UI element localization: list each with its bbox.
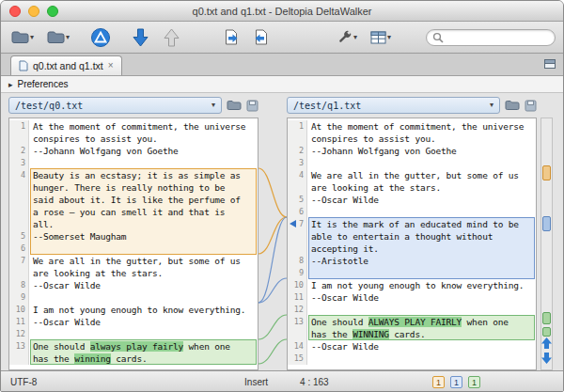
disclosure-triangle-icon[interactable]: ▸	[8, 80, 13, 89]
open-right-folder-button[interactable]: ▾	[44, 28, 72, 46]
left-save-button[interactable]	[246, 100, 258, 112]
line-text[interactable]: has the WINNING cards.	[307, 328, 536, 340]
collapse-panel-icon[interactable]	[544, 59, 556, 69]
line-text[interactable]	[29, 328, 258, 340]
line-text[interactable]	[307, 304, 536, 316]
line-text[interactable]: able to entertain a thought without	[307, 230, 536, 243]
line-text[interactable]: --Oscar Wilde	[307, 194, 536, 206]
line-text[interactable]: I am not young enough to know everything…	[29, 304, 258, 316]
line-text[interactable]: conspires to assist you.	[307, 133, 536, 145]
line-number: 1	[9, 120, 29, 133]
line-number	[9, 267, 29, 279]
line-text[interactable]	[307, 267, 536, 279]
line-text[interactable]: hunger. There is really nothing to be	[29, 181, 258, 194]
ruler-mark-deleted	[542, 165, 551, 180]
line-text[interactable]: a rose — you can smell it and that is	[29, 206, 258, 218]
layout-button[interactable]: ▾	[368, 29, 394, 46]
tools-button[interactable]: ▾	[334, 27, 360, 47]
editor-row: accepting it.	[288, 243, 536, 255]
line-text[interactable]: accepting it.	[307, 243, 536, 255]
line-text[interactable]: said about it. It is like the perfume of	[29, 194, 258, 206]
right-editor-pane[interactable]: 1At the moment of commitment, the univer…	[287, 118, 537, 370]
line-number: 7	[9, 255, 29, 267]
editor-row: 11--Oscar Wilde	[288, 291, 536, 304]
editor-row: 7We are all in the gutter, but some of u…	[9, 255, 258, 267]
line-text[interactable]: are looking at the stars.	[29, 267, 258, 279]
line-text[interactable]: are looking at the stars.	[307, 181, 536, 194]
copy-to-right-button[interactable]	[221, 27, 243, 47]
line-text[interactable]	[307, 206, 536, 218]
open-left-folder-button[interactable]: ▾	[8, 28, 37, 46]
chevron-down-icon[interactable]: ▾	[212, 102, 215, 109]
line-text[interactable]: --Oscar Wilde	[29, 316, 258, 328]
compare-button[interactable]	[87, 25, 114, 50]
editor-row: 13One should ALWAYS PLAY FAIRLY when one	[288, 316, 536, 328]
line-text[interactable]	[29, 243, 258, 255]
file-headers: /test/q0.txt ▾ /test/q1.txt ▾	[1, 93, 563, 118]
line-text[interactable]: has the winning cards.	[29, 353, 258, 365]
tab-q0-and-q1[interactable]: q0.txt and q1.txt ×	[10, 55, 122, 75]
next-difference-button[interactable]	[129, 26, 152, 49]
connector-deleted	[258, 168, 287, 217]
arrow-up-icon	[163, 28, 180, 47]
ruler-mark-changed	[542, 327, 551, 337]
line-text[interactable]: all.	[29, 218, 258, 230]
line-text[interactable]: --Oscar Wilde	[29, 279, 258, 291]
line-text[interactable]: --Johann Wolfgang von Goethe	[29, 145, 258, 157]
preferences-label: Preferences	[18, 79, 69, 89]
left-browse-button[interactable]	[227, 100, 242, 111]
line-text[interactable]	[29, 291, 258, 304]
apply-change-left-icon[interactable]	[290, 220, 296, 227]
line-text[interactable]: It is the mark of an educated mind to be	[307, 218, 536, 230]
line-text[interactable]: --Johann Wolfgang von Goethe	[307, 145, 536, 157]
editor-row: 1At the moment of commitment, the univer…	[288, 120, 536, 133]
editor-row: 5--Oscar Wilde	[288, 194, 536, 206]
save-icon	[525, 100, 537, 112]
line-text[interactable]: We are all in the gutter, but some of us	[307, 169, 536, 181]
line-text[interactable]: --Oscar Wilde	[307, 340, 536, 353]
right-path-field[interactable]: /test/q1.txt ▾	[287, 97, 500, 114]
editor-row: able to entertain a thought without	[288, 230, 536, 243]
line-text[interactable]: --Aristotle	[307, 255, 536, 267]
editor-row: 3	[9, 157, 258, 169]
right-save-button[interactable]	[525, 100, 537, 112]
previous-difference-button[interactable]	[160, 26, 183, 49]
line-text[interactable]	[307, 157, 536, 169]
line-number: 6	[9, 243, 29, 255]
right-path: /test/q1.txt	[293, 101, 361, 111]
right-file-header: /test/q1.txt ▾	[287, 97, 537, 114]
line-text[interactable]: At the moment of commitment, the univers…	[29, 120, 258, 133]
line-number: 14	[288, 340, 307, 353]
line-number: 5	[288, 194, 307, 206]
chevron-down-icon[interactable]: ▾	[490, 102, 494, 109]
line-number	[9, 218, 29, 230]
line-text[interactable]: Beauty is an ecstasy; it is as simple as	[29, 169, 258, 181]
line-text[interactable]	[29, 157, 258, 169]
right-browse-button[interactable]	[505, 100, 520, 111]
line-number	[9, 206, 29, 218]
save-icon	[246, 100, 258, 112]
left-editor-pane[interactable]: 1At the moment of commitment, the univer…	[8, 118, 258, 370]
editor-row: conspires to assist you.	[9, 133, 258, 145]
editor-row: 10I am not young enough to know everythi…	[288, 279, 536, 291]
line-text[interactable]: One should always play fairly when one	[29, 340, 258, 353]
search-input[interactable]	[444, 32, 549, 42]
go-previous-difference-icon[interactable]	[541, 337, 552, 349]
line-text[interactable]: --Oscar Wilde	[307, 291, 536, 304]
left-path-field[interactable]: /test/q0.txt ▾	[8, 97, 222, 114]
line-text[interactable]	[307, 353, 536, 365]
line-text[interactable]: At the moment of commitment, the univers…	[307, 120, 536, 133]
line-text[interactable]: We are all in the gutter, but some of us	[29, 255, 258, 267]
tab-close-icon[interactable]: ×	[108, 61, 114, 71]
overview-ruler[interactable]	[540, 118, 553, 370]
editor-row: are looking at the stars.	[288, 181, 536, 194]
line-text[interactable]: --Somerset Maugham	[29, 230, 258, 243]
search-field[interactable]	[426, 29, 556, 46]
preferences-section[interactable]: ▸ Preferences	[1, 76, 563, 93]
line-text[interactable]: I am not young enough to know everything…	[307, 279, 536, 291]
line-text[interactable]: conspires to assist you.	[29, 133, 258, 145]
copy-to-left-button[interactable]	[250, 27, 272, 47]
line-text[interactable]: One should ALWAYS PLAY FAIRLY when one	[307, 316, 536, 328]
go-next-difference-icon[interactable]	[541, 353, 552, 364]
line-number: 2	[9, 145, 29, 157]
